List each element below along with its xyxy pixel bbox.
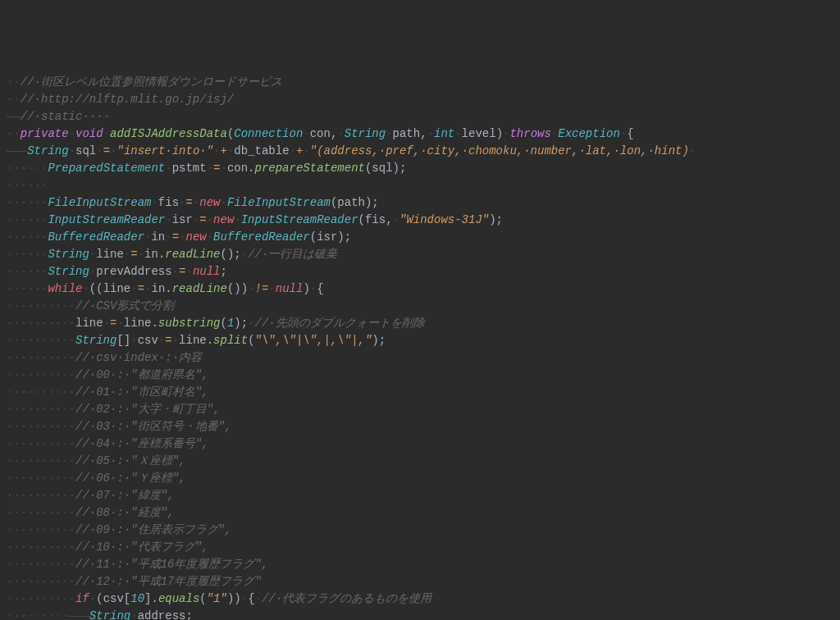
token-ws: · bbox=[172, 265, 179, 278]
code-line[interactable]: ··········//·04·:·"座標系番号", bbox=[7, 435, 833, 453]
token-varname: path bbox=[393, 127, 421, 140]
token-ws: ······ bbox=[7, 179, 48, 192]
token-ws: ·········· bbox=[7, 558, 75, 571]
token-punc: . bbox=[207, 334, 213, 347]
code-line[interactable]: ··········//·00·:·"都道府県名", bbox=[7, 367, 833, 384]
code-line[interactable]: ······String·prevAddress·=·null; bbox=[7, 263, 833, 280]
code-line[interactable]: ··········//·08·:·"経度", bbox=[7, 504, 833, 522]
token-ws: ·········· bbox=[7, 385, 75, 399]
token-op: = bbox=[199, 213, 206, 226]
token-varname: pstmt bbox=[172, 162, 207, 175]
token-ws: · bbox=[255, 592, 262, 605]
code-line[interactable]: ··········if·(csv[10].equals("1"))·{·//·… bbox=[7, 590, 833, 608]
token-string: "(address,·pref,·city,·chomoku,·number,·… bbox=[310, 144, 689, 157]
token-comment: //·代表フラグのあるものを使用 bbox=[262, 592, 431, 605]
token-string: "\",\"|\",|,\"|," bbox=[255, 334, 372, 347]
token-ws: · bbox=[268, 282, 275, 295]
token-ws: ·········· bbox=[7, 403, 75, 416]
token-op: = bbox=[103, 144, 110, 157]
code-line[interactable]: ··//·http://nlftp.mlit.go.jp/isj/ bbox=[7, 91, 833, 108]
token-ws: ······ bbox=[7, 162, 48, 175]
code-line[interactable]: ·········———String·address; bbox=[7, 608, 833, 620]
token-ws: ·········· bbox=[7, 299, 75, 312]
code-line[interactable]: ··········//·09·:·"住居表示フラグ", bbox=[7, 522, 833, 539]
token-comment: //·06·:·"Ｙ座標", bbox=[75, 472, 185, 485]
token-comment: //·01·:·"市区町村名", bbox=[75, 385, 208, 399]
token-method: readLine bbox=[165, 248, 220, 261]
token-ws: · bbox=[454, 127, 461, 140]
code-line[interactable]: ··········//·02·:·"大字・町丁目", bbox=[7, 401, 833, 418]
token-ws: · bbox=[82, 282, 89, 295]
code-line[interactable]: ··········//·06·:·"Ｙ座標", bbox=[7, 470, 833, 487]
code-line[interactable]: ··········//·11·:·"平成16年度履歴フラグ", bbox=[7, 556, 833, 573]
token-punc: (( bbox=[89, 282, 103, 295]
code-line[interactable]: ··········//·10·:·"代表フラグ", bbox=[7, 539, 833, 556]
token-kw2: null bbox=[276, 282, 304, 295]
token-punc: ()) bbox=[227, 282, 248, 295]
token-comment: //·static···· bbox=[21, 110, 110, 123]
token-ws: ·········· bbox=[7, 489, 75, 502]
token-ws: · bbox=[69, 127, 75, 140]
token-ws: ·········· bbox=[7, 368, 75, 381]
token-varname: line bbox=[75, 317, 103, 330]
token-ws: ·········· bbox=[7, 575, 75, 588]
token-kw2: while bbox=[48, 282, 82, 295]
token-string: "insert·into·" bbox=[116, 144, 213, 157]
token-ws: —— bbox=[7, 110, 21, 123]
token-ws: ·········· bbox=[7, 317, 75, 330]
code-line[interactable]: ——//·static···· bbox=[7, 108, 833, 125]
code-line[interactable]: ··········//·03·:·"街区符号・地番", bbox=[7, 418, 833, 435]
code-line[interactable]: ······FileInputStream·fis·=·new·FileInpu… bbox=[7, 194, 833, 212]
token-punc: . bbox=[151, 317, 158, 330]
token-type: BufferedReader bbox=[48, 230, 144, 244]
token-type: FileInputStream bbox=[227, 196, 331, 209]
token-ws: ·········· bbox=[7, 523, 75, 536]
token-varname: in bbox=[151, 230, 165, 244]
token-punc: , bbox=[420, 127, 427, 140]
token-type: int bbox=[434, 127, 454, 140]
code-line[interactable]: ··private·void·addISJAddressData(Connect… bbox=[7, 125, 833, 143]
token-type: Connection bbox=[234, 127, 303, 140]
token-varname: level bbox=[462, 127, 496, 140]
token-punc: )) bbox=[227, 592, 241, 605]
code-line[interactable]: ······BufferedReader·in·=·new·BufferedRe… bbox=[7, 229, 833, 246]
token-varname: line bbox=[124, 317, 152, 330]
code-line[interactable]: ······PreparedStatement·pstmt·=·con.prep… bbox=[7, 160, 833, 177]
code-line[interactable]: ··········//·csv·index·:·内容 bbox=[7, 349, 833, 367]
token-comment: //·12·:·"平成17年度履歴フラグ" bbox=[75, 575, 262, 588]
token-comment: //·02·:·"大字・町丁目", bbox=[75, 403, 220, 416]
code-editor[interactable]: ··//·街区レベル位置参照情報ダウンロードサービス··//·http://nl… bbox=[7, 74, 833, 620]
token-type: String bbox=[75, 334, 116, 347]
token-method: equals bbox=[158, 592, 199, 605]
code-line[interactable]: ······ bbox=[7, 177, 833, 194]
token-comment: //·09·:·"住居表示フラグ", bbox=[75, 523, 231, 536]
token-keyword: private bbox=[21, 127, 69, 140]
code-line[interactable]: ··········//·12·:·"平成17年度履歴フラグ" bbox=[7, 573, 833, 590]
token-comment: //·csv·index·:·内容 bbox=[75, 351, 202, 364]
token-ws: ·········· bbox=[7, 540, 75, 554]
token-punc: ); bbox=[489, 213, 503, 226]
code-line[interactable]: ··········//·07·:·"緯度", bbox=[7, 487, 833, 504]
token-varname: con bbox=[310, 127, 331, 140]
code-line[interactable]: ———String·sql·=·"insert·into·"·+·db_tabl… bbox=[7, 143, 833, 160]
token-ws: · bbox=[151, 196, 158, 209]
token-varname: line bbox=[103, 282, 131, 295]
code-line[interactable]: ··········line·=·line.substring(1);·//·先… bbox=[7, 315, 833, 332]
code-line[interactable]: ··//·街区レベル位置参照情報ダウンロードサービス bbox=[7, 74, 833, 91]
token-ws: ······ bbox=[7, 265, 48, 278]
code-line[interactable]: ······InputStreamReader·isr·=·new·InputS… bbox=[7, 212, 833, 229]
token-ws: · bbox=[130, 334, 137, 347]
code-line[interactable]: ······String·line·=·in.readLine();·//·一行… bbox=[7, 246, 833, 263]
token-ws: · bbox=[185, 265, 192, 278]
token-method: addISJAddressData bbox=[110, 127, 227, 140]
code-line[interactable]: ··········//·01·:·"市区町村名", bbox=[7, 384, 833, 401]
code-line[interactable]: ······while·((line·=·in.readLine())·!=·n… bbox=[7, 280, 833, 298]
token-varname: fis bbox=[365, 213, 386, 226]
token-varname: isr bbox=[317, 230, 337, 244]
token-keyword: void bbox=[75, 127, 103, 140]
code-line[interactable]: ··········//·CSV形式で分割 bbox=[7, 298, 833, 315]
token-op: = bbox=[138, 282, 144, 295]
token-ws: ·········· bbox=[7, 437, 75, 450]
code-line[interactable]: ··········String[]·csv·=·line.split("\",… bbox=[7, 332, 833, 349]
code-line[interactable]: ··········//·05·:·"Ｘ座標", bbox=[7, 453, 833, 470]
